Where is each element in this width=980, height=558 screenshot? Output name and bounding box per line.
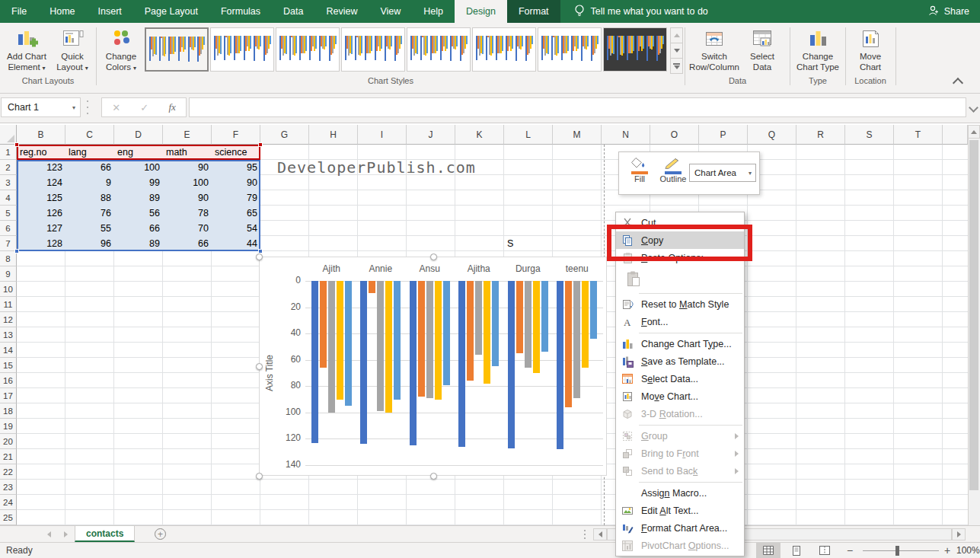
name-box-caret-icon[interactable]: ▾ bbox=[72, 104, 75, 111]
cancel-icon[interactable]: ✕ bbox=[112, 102, 120, 113]
row-header-20[interactable]: 20 bbox=[0, 434, 17, 449]
fill-button[interactable]: Fill bbox=[624, 157, 656, 190]
menu-item-move-chart[interactable]: Move Chart... bbox=[616, 387, 744, 405]
tab-insert[interactable]: Insert bbox=[87, 0, 133, 23]
zoom-out-button[interactable]: − bbox=[847, 544, 853, 556]
scroll-up-button[interactable] bbox=[968, 125, 980, 139]
column-header-K[interactable]: K bbox=[455, 125, 504, 145]
chart-selection-handle[interactable] bbox=[430, 473, 437, 480]
column-header-C[interactable]: C bbox=[65, 125, 114, 145]
row-header-11[interactable]: 11 bbox=[0, 297, 17, 312]
range-handle[interactable] bbox=[14, 249, 19, 253]
share-button[interactable]: Share bbox=[927, 0, 969, 23]
select-data-button[interactable]: Select Data bbox=[742, 26, 782, 73]
column-header-F[interactable]: F bbox=[212, 125, 260, 145]
row-header-21[interactable]: 21 bbox=[0, 449, 17, 464]
chart-style-4[interactable] bbox=[341, 27, 405, 72]
hscroll-right-button[interactable] bbox=[952, 528, 966, 540]
column-header-D[interactable]: D bbox=[114, 125, 163, 145]
gallery-more-button[interactable] bbox=[670, 58, 683, 74]
menu-item-edit-alt-text[interactable]: Edit Alt Text... bbox=[616, 502, 744, 519]
column-header-J[interactable]: J bbox=[407, 125, 455, 145]
row-header-5[interactable]: 5 bbox=[0, 206, 17, 221]
row-header-13[interactable]: 13 bbox=[0, 327, 17, 343]
column-header-L[interactable]: L bbox=[504, 125, 553, 145]
chart-object[interactable]: 020406080100120140AjithAnnieAnsuAjithaDu… bbox=[259, 257, 607, 476]
column-header-N[interactable]: N bbox=[602, 125, 650, 145]
change-colors-button[interactable]: Change Colors bbox=[101, 26, 142, 73]
normal-view-button[interactable] bbox=[756, 543, 780, 558]
quick-layout-button[interactable]: Quick Layout bbox=[52, 26, 93, 73]
chart-style-8[interactable] bbox=[603, 27, 667, 72]
row-header-10[interactable]: 10 bbox=[0, 282, 17, 297]
prev-sheet-button[interactable] bbox=[47, 531, 51, 537]
menu-item-select-data[interactable]: Select Data... bbox=[616, 370, 744, 387]
outline-button[interactable]: Outline bbox=[657, 157, 689, 190]
column-header-E[interactable]: E bbox=[163, 125, 212, 145]
menu-item-paste-gallery[interactable] bbox=[616, 266, 744, 291]
menu-item-font[interactable]: AFont... bbox=[616, 313, 744, 330]
formula-bar-splitter[interactable] bbox=[86, 100, 89, 114]
hscroll-left-button[interactable] bbox=[593, 528, 607, 540]
formula-input[interactable] bbox=[189, 97, 966, 117]
gallery-scroll-up-button[interactable] bbox=[670, 27, 683, 43]
chart-style-1[interactable] bbox=[145, 27, 209, 72]
row-header-15[interactable]: 15 bbox=[0, 358, 17, 373]
menu-item-assign-macro[interactable]: Assign Macro... bbox=[616, 484, 744, 502]
row-header-17[interactable]: 17 bbox=[0, 388, 17, 403]
chart-selection-handle[interactable] bbox=[256, 253, 263, 260]
collapse-ribbon-button[interactable] bbox=[954, 79, 962, 87]
row-header-12[interactable]: 12 bbox=[0, 312, 17, 327]
sheet-tab-contacts[interactable]: contacts bbox=[75, 526, 135, 542]
vertical-scrollbar-thumb[interactable] bbox=[969, 140, 978, 490]
tab-home[interactable]: Home bbox=[38, 0, 86, 23]
tab-file[interactable]: File bbox=[0, 0, 38, 23]
chart-style-3[interactable] bbox=[276, 27, 340, 72]
tab-view[interactable]: View bbox=[369, 0, 412, 23]
tab-design[interactable]: Design bbox=[455, 0, 507, 23]
range-handle[interactable] bbox=[258, 142, 263, 147]
column-header-P[interactable]: P bbox=[699, 125, 748, 145]
range-handle[interactable] bbox=[14, 142, 19, 147]
tab-format[interactable]: Format bbox=[507, 0, 560, 23]
chart-style-5[interactable] bbox=[407, 27, 471, 72]
tab-help[interactable]: Help bbox=[412, 0, 455, 23]
row-header-4[interactable]: 4 bbox=[0, 190, 17, 206]
zoom-slider-track[interactable] bbox=[863, 550, 939, 551]
tab-bar-splitter[interactable] bbox=[583, 530, 586, 539]
tell-me-box[interactable]: Tell me what you want to do bbox=[574, 0, 708, 23]
zoom-in-button[interactable]: + bbox=[944, 544, 950, 556]
column-header-Q[interactable]: Q bbox=[748, 125, 796, 145]
row-header-2[interactable]: 2 bbox=[0, 160, 17, 175]
tab-data[interactable]: Data bbox=[272, 0, 314, 23]
column-header-G[interactable]: G bbox=[260, 125, 309, 145]
chart-element-selector[interactable]: Chart Area ▾ bbox=[689, 164, 756, 182]
row-header-23[interactable]: 23 bbox=[0, 480, 17, 495]
row-header-9[interactable]: 9 bbox=[0, 266, 17, 282]
page-layout-view-button[interactable] bbox=[784, 543, 809, 558]
tab-page-layout[interactable]: Page Layout bbox=[133, 0, 209, 23]
enter-icon[interactable]: ✓ bbox=[140, 102, 148, 113]
zoom-slider-handle[interactable] bbox=[895, 546, 899, 556]
switch-row-column-button[interactable]: Switch Row/Column bbox=[689, 26, 739, 73]
row-header-6[interactable]: 6 bbox=[0, 221, 17, 236]
name-box[interactable]: Chart 1 ▾ bbox=[1, 97, 81, 117]
row-header-18[interactable]: 18 bbox=[0, 403, 17, 419]
column-header-T[interactable]: T bbox=[894, 125, 943, 145]
page-break-preview-button[interactable] bbox=[812, 543, 837, 558]
menu-item-reset-to-match-style[interactable]: Reset to Match Style bbox=[616, 295, 744, 313]
row-header-1[interactable]: 1 bbox=[0, 145, 17, 160]
row-header-25[interactable]: 25 bbox=[0, 510, 17, 525]
menu-item-format-chart-area[interactable]: Format Chart Area... bbox=[616, 519, 744, 537]
chart-style-2[interactable] bbox=[210, 27, 274, 72]
chart-selection-handle[interactable] bbox=[256, 363, 263, 370]
column-header-B[interactable]: B bbox=[17, 125, 65, 145]
column-header-S[interactable]: S bbox=[845, 125, 894, 145]
chart-selection-handle[interactable] bbox=[430, 253, 437, 260]
column-header-O[interactable]: O bbox=[650, 125, 699, 145]
insert-function-icon[interactable]: fx bbox=[168, 101, 175, 113]
gallery-scroll-down-button[interactable] bbox=[670, 43, 683, 59]
row-header-8[interactable]: 8 bbox=[0, 251, 17, 266]
chart-style-7[interactable] bbox=[538, 27, 602, 72]
menu-item-change-chart-type[interactable]: Change Chart Type... bbox=[616, 335, 744, 352]
